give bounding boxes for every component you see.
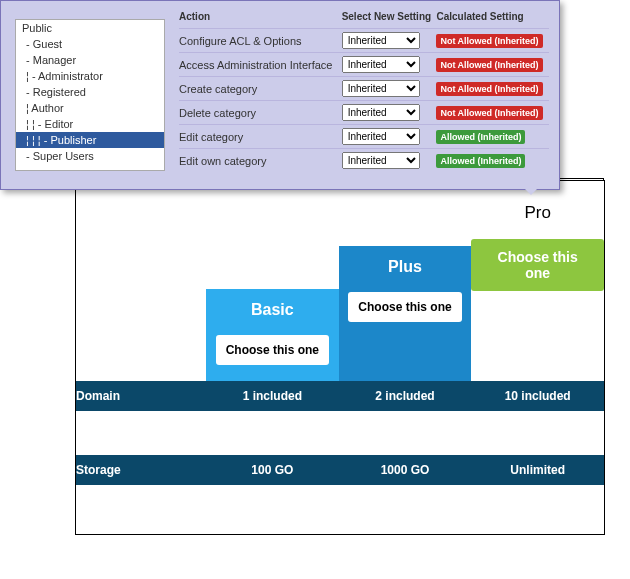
permissions-table: Action Select New Setting Calculated Set… — [179, 11, 549, 172]
tree-node[interactable]: ¦ - Administrator — [16, 68, 164, 84]
permission-badge: Not Allowed (Inherited) — [436, 58, 542, 72]
choose-pro-button[interactable]: Choose this one — [471, 239, 604, 291]
tier-name: Basic — [206, 301, 339, 319]
feature-label: IP Adress — [76, 411, 206, 433]
tier-name: Plus — [339, 258, 472, 276]
tree-node[interactable]: ¦ ¦ ¦ - Publisher — [16, 132, 164, 148]
feature-row: IP FailoverYesYesYes — [76, 433, 604, 455]
tree-node[interactable]: ¦ Author — [16, 100, 164, 116]
user-group-tree: Public- Guest- Manager¦ - Administrator-… — [15, 19, 165, 171]
tier-name: Pro — [471, 203, 604, 223]
permission-action: Edit own category — [179, 149, 342, 173]
permissions-overlay: Public- Guest- Manager¦ - Administrator-… — [0, 0, 560, 190]
feature-row: RAID155 — [76, 529, 604, 551]
section-header: Storage100 GO1000 GOUnlimited — [76, 455, 604, 485]
tree-node[interactable]: - Guest — [16, 36, 164, 52]
pricing-header: Basic Choose this one Plus Choose this o… — [76, 181, 604, 381]
feature-label: Disk — [76, 507, 206, 529]
permission-select[interactable]: Inherited — [342, 80, 420, 97]
section-label: Domain — [76, 383, 206, 409]
feature-value: Unlimited — [206, 485, 339, 507]
permission-action: Configure ACL & Options — [179, 29, 342, 53]
pricing-table: Basic Choose this one Plus Choose this o… — [75, 180, 605, 535]
permission-row: Create categoryInheritedNot Allowed (Inh… — [179, 77, 549, 101]
feature-row: IP AdressSharedShareddedicated — [76, 411, 604, 433]
col-action: Action — [179, 11, 342, 29]
feature-value: SSD high speed — [471, 507, 604, 529]
permission-select[interactable]: Inherited — [342, 56, 420, 73]
permission-badge: Not Allowed (Inherited) — [436, 82, 542, 96]
permission-badge: Allowed (Inherited) — [436, 130, 525, 144]
permission-action: Create category — [179, 77, 342, 101]
tree-node[interactable]: Public — [16, 20, 164, 36]
section-label: Storage — [76, 457, 206, 483]
permission-select[interactable]: Inherited — [342, 152, 420, 169]
tree-node[interactable]: - Registered — [16, 84, 164, 100]
tier-basic: Basic Choose this one — [206, 289, 339, 381]
tier-plus: Plus Choose this one — [339, 246, 472, 381]
feature-value: Shared — [339, 411, 472, 433]
permission-action: Access Administration Interface — [179, 53, 342, 77]
feature-label: RAID — [76, 529, 206, 551]
tree-node[interactable]: - Manager — [16, 52, 164, 68]
permission-select[interactable]: Inherited — [342, 32, 420, 49]
section-value: 1 included — [206, 383, 339, 409]
choose-basic-button[interactable]: Choose this one — [216, 335, 329, 365]
feature-value: SSD high speed — [339, 507, 472, 529]
permissions-table-wrap: Action Select New Setting Calculated Set… — [173, 1, 559, 189]
section-value: 2 included — [339, 383, 472, 409]
permission-badge: Not Allowed (Inherited) — [436, 106, 542, 120]
col-calc: Calculated Setting — [436, 11, 549, 29]
choose-plus-button[interactable]: Choose this one — [348, 292, 461, 322]
feature-value: Unlimited — [471, 485, 604, 507]
feature-value: 5 — [339, 529, 472, 551]
feature-value: Shared — [206, 411, 339, 433]
feature-value: SSD — [206, 507, 339, 529]
feature-value: Yes — [206, 433, 339, 455]
section-value: 10 included — [471, 383, 604, 409]
section-value: 100 GO — [206, 457, 339, 483]
pricing-body: Domain1 included2 included10 includedIP … — [76, 381, 604, 551]
permission-badge: Not Allowed (Inherited) — [436, 34, 542, 48]
feature-value: Yes — [471, 433, 604, 455]
feature-label: IP Failover — [76, 433, 206, 455]
col-select: Select New Setting — [342, 11, 437, 29]
tree-node[interactable]: - Super Users — [16, 148, 164, 164]
permission-badge: Allowed (Inherited) — [436, 154, 525, 168]
tier-pro: Pro Choose this one — [471, 181, 604, 381]
permission-row: Edit own categoryInheritedAllowed (Inher… — [179, 149, 549, 173]
permission-row: Configure ACL & OptionsInheritedNot Allo… — [179, 29, 549, 53]
permission-action: Delete category — [179, 101, 342, 125]
feature-row: TrafficUnlimitedUnlimitedUnlimited — [76, 485, 604, 507]
tree-node[interactable]: ¦ ¦ - Editor — [16, 116, 164, 132]
section-value: 1000 GO — [339, 457, 472, 483]
permission-row: Access Administration InterfaceInherited… — [179, 53, 549, 77]
section-value: Unlimited — [471, 457, 604, 483]
feature-value: Unlimited — [339, 485, 472, 507]
feature-value: 1 — [206, 529, 339, 551]
section-header: Domain1 included2 included10 included — [76, 381, 604, 411]
permission-row: Delete categoryInheritedNot Allowed (Inh… — [179, 101, 549, 125]
permission-action: Edit category — [179, 125, 342, 149]
feature-value: Yes — [339, 433, 472, 455]
feature-row: DiskSSDSSD high speedSSD high speed — [76, 507, 604, 529]
permission-select[interactable]: Inherited — [342, 104, 420, 121]
feature-value: 5 — [471, 529, 604, 551]
permission-row: Edit categoryInheritedAllowed (Inherited… — [179, 125, 549, 149]
permission-select[interactable]: Inherited — [342, 128, 420, 145]
feature-value: dedicated — [471, 411, 604, 433]
feature-label: Traffic — [76, 485, 206, 507]
